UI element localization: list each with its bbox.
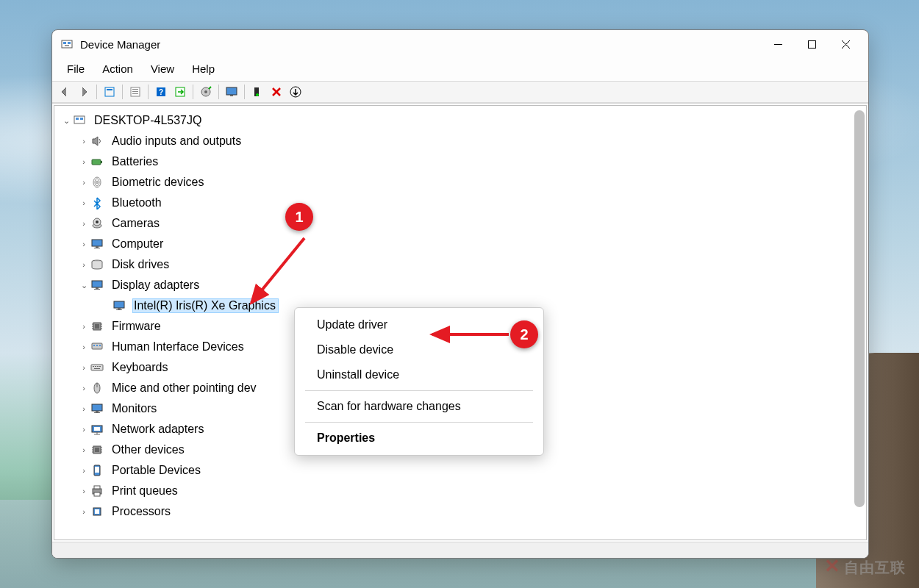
close-button[interactable] [829,30,862,58]
tree-node-label: Audio inputs and outputs [110,134,244,148]
svg-rect-58 [95,366,96,367]
tree-node-label: Processors [110,504,174,519]
tree-node[interactable]: ›Biometric devices [59,172,866,193]
update-driver-button[interactable] [197,83,215,101]
context-menu: Update driverDisable deviceUninstall dev… [294,307,544,456]
vertical-scrollbar[interactable] [854,110,865,507]
expand-toggle[interactable]: › [78,466,90,475]
tree-node[interactable]: ›Batteries [59,151,866,172]
tree-node[interactable]: ›Portable Devices [59,460,866,481]
expand-toggle[interactable]: › [78,240,90,248]
svg-rect-68 [94,427,100,431]
remove-button[interactable] [268,83,285,101]
svg-rect-24 [76,118,79,120]
menu-view[interactable]: View [143,61,182,76]
svg-rect-27 [101,161,102,163]
monitor-icon [90,278,104,293]
maximize-button[interactable] [795,30,829,58]
svg-point-30 [96,181,98,184]
svg-rect-64 [92,404,102,411]
tree-node[interactable]: ⌄Display adapters [59,275,866,295]
expand-toggle[interactable]: › [78,425,90,434]
minimize-button[interactable] [761,30,795,58]
svg-rect-59 [97,366,99,367]
expand-toggle[interactable]: › [78,343,90,351]
tree-node-label: Batteries [110,154,161,169]
tree-node[interactable]: ›Cameras [59,213,866,234]
monitor-button[interactable] [223,83,240,101]
svg-point-18 [204,90,207,93]
expand-toggle[interactable]: › [78,384,90,392]
expand-toggle[interactable]: › [78,157,90,166]
tree-node-label: Bluetooth [110,196,165,210]
svg-rect-34 [92,240,102,246]
speaker-icon [90,134,104,148]
tree-root-node[interactable]: ⌄DESKTOP-4L537JQ [59,110,866,131]
context-menu-item[interactable]: Update driver [295,312,543,337]
svg-rect-57 [93,366,94,367]
tree-node[interactable]: ›Bluetooth [59,193,866,213]
svg-rect-61 [94,368,100,369]
svg-point-29 [95,179,99,186]
context-menu-item[interactable]: Disable device [295,337,543,362]
context-menu-item[interactable]: Scan for hardware changes [295,394,543,419]
expand-toggle[interactable]: › [78,445,90,454]
back-button[interactable] [56,83,74,101]
context-menu-separator [305,390,533,391]
svg-text:?: ? [159,88,163,96]
svg-rect-3 [65,45,69,46]
tree-node[interactable]: ›Computer [59,234,866,254]
menu-file[interactable]: File [60,61,92,76]
scan-button[interactable] [171,83,189,101]
expand-toggle[interactable]: › [78,198,90,207]
tree-node[interactable]: ›Disk drives [59,254,866,275]
tree-node[interactable]: ›Processors [59,501,866,522]
annotation-marker-1: 1 [285,203,313,231]
mouse-icon [90,381,104,395]
tree-node-label: Computer [110,237,166,251]
svg-rect-80 [95,467,99,473]
expand-toggle[interactable]: › [78,363,90,372]
properties-button[interactable] [126,83,144,101]
menu-action[interactable]: Action [95,61,140,76]
down-button[interactable] [287,83,304,101]
svg-rect-35 [96,246,99,248]
expand-toggle[interactable]: › [78,137,90,146]
show-hidden-button[interactable] [101,83,118,101]
tree-node[interactable]: ›Audio inputs and outputs [59,131,866,151]
disk-icon [90,257,104,272]
context-menu-item[interactable]: Uninstall device [295,362,543,387]
titlebar[interactable]: Device Manager [52,30,868,58]
help-button[interactable]: ? [152,83,170,101]
monitor-icon [112,298,126,313]
svg-rect-9 [107,89,112,90]
svg-rect-82 [94,486,100,489]
svg-rect-83 [94,492,100,496]
expand-toggle[interactable]: › [78,507,90,516]
context-menu-separator [305,422,533,423]
svg-rect-60 [99,366,101,367]
expand-toggle[interactable]: › [78,487,90,495]
expand-toggle[interactable]: › [78,260,90,269]
fingerprint-icon [90,175,104,190]
tree-node[interactable]: ›Print queues [59,481,866,501]
svg-rect-66 [94,412,100,413]
svg-rect-40 [94,289,100,290]
expand-toggle[interactable]: › [78,178,90,187]
expand-toggle[interactable]: › [78,219,90,228]
add-hardware-button[interactable] [248,83,266,101]
tree-node-label: Monitors [110,401,160,416]
context-menu-item[interactable]: Properties [295,426,543,451]
svg-rect-12 [132,91,138,92]
svg-rect-41 [114,301,124,308]
expand-toggle[interactable]: › [78,404,90,413]
monitor-icon [90,401,104,416]
svg-rect-13 [132,93,138,94]
svg-rect-5 [808,40,815,48]
expand-toggle[interactable]: ⌄ [78,281,90,290]
expand-toggle[interactable]: › [78,322,90,331]
svg-rect-54 [96,345,98,346]
menu-help[interactable]: Help [185,61,222,76]
svg-rect-53 [93,345,95,346]
forward-button[interactable] [75,83,93,101]
